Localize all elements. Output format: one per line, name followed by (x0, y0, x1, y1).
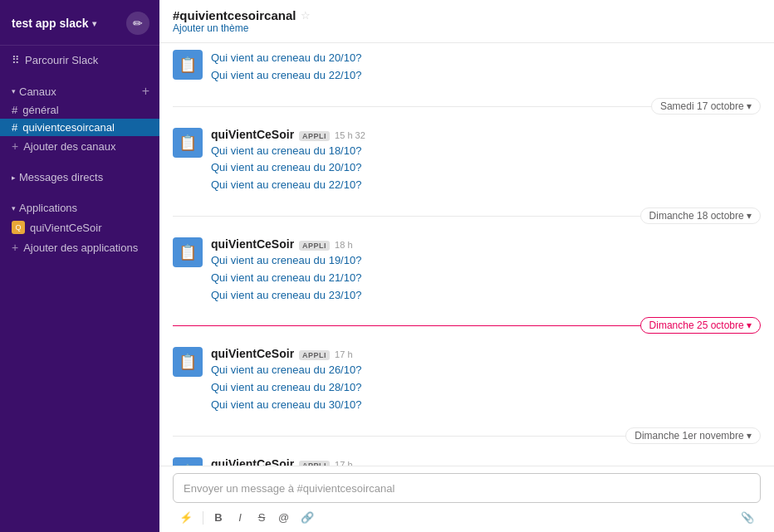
bold-icon: B (214, 511, 222, 524)
date-divider-sun18: Dimanche 18 octobre ▾ (159, 201, 774, 231)
channels-section: ▾ Canaux + # général # quivientcesoircan… (0, 75, 159, 161)
date-label: Dimanche 18 octobre ▾ (649, 210, 752, 222)
date-label: Dimanche 1er novembre ▾ (634, 430, 752, 442)
date-badge[interactable]: Dimanche 1er novembre ▾ (625, 427, 761, 444)
collapse-icon: ▸ (12, 173, 16, 182)
hash-icon: # (12, 121, 17, 134)
message-link[interactable]: Qui vient au creneau du 30/10? (211, 397, 761, 414)
message-link[interactable]: Qui vient au creneau du 18/10? (211, 143, 761, 160)
message-header-4: quiVientCeSoir APPLI 17 h (211, 457, 761, 466)
message-group-4: 📋 quiVientCeSoir APPLI 17 h Qui vient au… (159, 451, 774, 466)
sidebar-item-quivientcesoir[interactable]: Q quiVientCeSoir (0, 217, 159, 237)
message-group-1: 📋 quiVientCeSoir APPLI 15 h 32 Qui vient… (159, 121, 774, 201)
sidebar-item-general[interactable]: # général (0, 101, 159, 119)
add-app-label: Ajouter des applications (23, 242, 138, 254)
message-sender[interactable]: quiVientCeSoir (211, 237, 294, 251)
apps-section-header[interactable]: ▾ Applications (0, 197, 159, 217)
message-group-3: 📋 quiVientCeSoir APPLI 17 h Qui vient au… (159, 340, 774, 420)
message-content-4: quiVientCeSoir APPLI 17 h Qui vient au c… (211, 457, 761, 466)
applications-section: ▾ Applications Q quiVientCeSoir + Ajoute… (0, 192, 159, 262)
message-toolbar: ⚡ B I S @ 🔗 📎 (173, 508, 761, 527)
add-channel-label: Ajouter des canaux (23, 140, 115, 153)
message-sender[interactable]: quiVientCeSoir (211, 128, 294, 141)
collapse-icon: ▾ (12, 87, 16, 95)
channels-section-header[interactable]: ▾ Canaux + (0, 80, 159, 101)
strikethrough-button[interactable]: S (252, 508, 272, 527)
compose-icon: ✏ (133, 17, 143, 30)
input-area: Envoyer un message à #quivientcesoircana… (159, 466, 774, 532)
add-channel-icon[interactable]: + (142, 85, 149, 98)
bold-button[interactable]: B (208, 508, 228, 527)
message-input[interactable]: Envoyer un message à #quivientcesoircana… (173, 473, 761, 503)
sidebar-item-quivientcesoircanal[interactable]: # quivientcesoircanal (0, 119, 159, 136)
workspace-name[interactable]: test app slack ▾ (12, 17, 96, 30)
message-sender[interactable]: quiVientCeSoir (211, 347, 294, 360)
message-content-3: quiVientCeSoir APPLI 17 h Qui vient au c… (211, 347, 761, 413)
dm-section-header[interactable]: ▸ Messages directs (0, 166, 159, 187)
date-badge[interactable]: Samedi 17 octobre ▾ (651, 98, 761, 115)
channel-name-label: quivientcesoircanal (22, 121, 115, 134)
app-avatar: Q (12, 221, 25, 234)
date-label: Samedi 17 octobre ▾ (660, 100, 752, 112)
link-icon: 🔗 (301, 511, 314, 524)
lightning-button[interactable]: ⚡ (174, 508, 198, 527)
sidebar: test app slack ▾ ✏ ⠿ Parcourir Slack ▾ C… (0, 0, 159, 532)
message-link[interactable]: Qui vient au creneau du 22/10? (211, 67, 761, 85)
message-link[interactable]: Qui vient au creneau du 28/10? (211, 379, 761, 397)
toolbar-separator (203, 511, 203, 525)
sidebar-item-add-app[interactable]: + Ajouter des applications (0, 237, 159, 257)
message-content-early: Qui vient au creneau du 20/10? Qui vient… (211, 50, 761, 85)
message-header-3: quiVientCeSoir APPLI 17 h (211, 347, 761, 360)
app-name-label: quiVientCeSoir (30, 222, 101, 234)
messages-area[interactable]: 📋 Qui vient au creneau du 20/10? Qui vie… (159, 43, 774, 466)
message-header-2: quiVientCeSoir APPLI 18 h (211, 237, 761, 251)
message-sender[interactable]: quiVientCeSoir (211, 457, 294, 466)
appli-badge: APPLI (299, 131, 330, 141)
message-link[interactable]: Qui vient au creneau du 23/10? (211, 287, 761, 305)
message-link[interactable]: Qui vient au creneau du 20/10? (211, 159, 761, 177)
plus-icon: + (12, 241, 18, 254)
sidebar-item-browse[interactable]: ⠿ Parcourir Slack (0, 51, 159, 70)
avatar: 📋 (173, 237, 203, 267)
message-link[interactable]: Qui vient au creneau du 26/10? (211, 362, 761, 379)
message-time: 17 h (335, 460, 352, 466)
message-content-2: quiVientCeSoir APPLI 18 h Qui vient au c… (211, 237, 761, 304)
lightning-icon: ⚡ (179, 511, 193, 524)
add-theme-link[interactable]: Ajouter un thème (173, 22, 311, 34)
attach-button[interactable]: 📎 (736, 508, 759, 527)
input-placeholder: Envoyer un message à #quivientcesoircana… (184, 482, 394, 495)
apps-label: Applications (19, 202, 77, 214)
message-time: 18 h (335, 240, 352, 250)
link-button[interactable]: 🔗 (296, 508, 319, 527)
message-link[interactable]: Qui vient au creneau du 21/10? (211, 270, 761, 287)
channel-title: #quivientcesoircanal (173, 8, 296, 22)
new-message-button[interactable]: ✏ (126, 12, 149, 35)
collapse-icon: ▾ (12, 204, 16, 212)
date-label: Dimanche 25 octobre ▾ (649, 320, 752, 331)
plus-icon: + (12, 139, 18, 153)
appli-badge: APPLI (299, 350, 330, 360)
sidebar-header: test app slack ▾ ✏ (0, 0, 159, 46)
grid-icon: ⠿ (12, 54, 20, 66)
avatar: 📋 (173, 457, 203, 466)
date-badge[interactable]: Dimanche 18 octobre ▾ (640, 207, 761, 224)
channel-name-label: général (22, 104, 58, 116)
date-divider-sun1nov: Dimanche 1er novembre ▾ (159, 421, 774, 451)
appli-badge: APPLI (299, 241, 330, 251)
attach-icon: 📎 (741, 511, 754, 524)
sidebar-item-add-channel[interactable]: + Ajouter des canaux (0, 136, 159, 156)
italic-button[interactable]: I (230, 508, 250, 527)
message-time: 15 h 32 (335, 130, 365, 140)
mention-button[interactable]: @ (273, 508, 294, 527)
direct-messages-section: ▸ Messages directs (0, 161, 159, 192)
message-link[interactable]: Qui vient au creneau du 19/10? (211, 252, 761, 270)
date-badge-pink[interactable]: Dimanche 25 octobre ▾ (640, 317, 761, 334)
main-content: #quivientcesoircanal ☆ Ajouter un thème … (159, 0, 774, 532)
workspace-label: test app slack (12, 17, 89, 30)
sidebar-browse-section: ⠿ Parcourir Slack (0, 46, 159, 75)
italic-icon: I (238, 511, 242, 524)
message-link[interactable]: Qui vient au creneau du 20/10? (211, 50, 761, 67)
star-icon[interactable]: ☆ (301, 9, 311, 22)
message-link[interactable]: Qui vient au creneau du 22/10? (211, 177, 761, 194)
avatar: 📋 (173, 347, 203, 377)
